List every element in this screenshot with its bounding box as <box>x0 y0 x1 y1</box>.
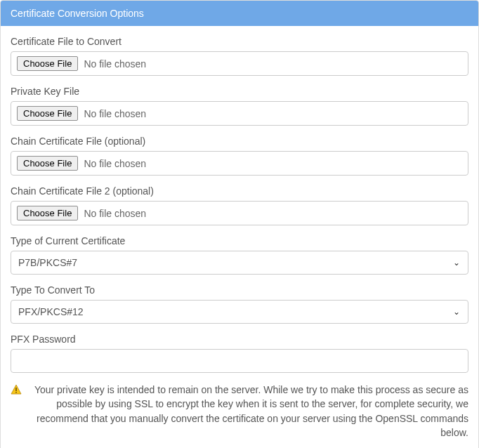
file-input-chain2[interactable]: Choose File No file chosen <box>11 201 468 225</box>
label-pfx-password: PFX Password <box>11 334 468 345</box>
input-pfx-password[interactable] <box>11 349 468 373</box>
file-status-chain1: No file chosen <box>84 158 146 169</box>
file-status-chain2: No file chosen <box>84 208 146 219</box>
panel-title: Certificate Conversion Options <box>1 1 478 26</box>
certificate-conversion-panel: Certificate Conversion Options Certifica… <box>0 0 479 448</box>
label-chain2: Chain Certificate File 2 (optional) <box>11 185 468 197</box>
file-input-chain1[interactable]: Choose File No file chosen <box>11 151 468 176</box>
field-type-convert: Type To Convert To PFX/PKCS#12 ⌄ <box>11 284 468 324</box>
warning-text: Your private key is intended to remain o… <box>25 383 468 440</box>
label-type-current: Type of Current Certificate <box>11 235 468 246</box>
label-type-convert: Type To Convert To <box>11 284 468 296</box>
field-chain1: Chain Certificate File (optional) Choose… <box>11 136 468 176</box>
svg-rect-2 <box>15 392 16 393</box>
choose-file-private-key[interactable]: Choose File <box>17 106 78 121</box>
field-cert-file: Certificate File to Convert Choose File … <box>11 36 468 76</box>
panel-body: Certificate File to Convert Choose File … <box>1 26 478 448</box>
choose-file-chain1[interactable]: Choose File <box>17 156 78 171</box>
file-status-private-key: No file chosen <box>84 108 146 119</box>
select-type-convert[interactable]: PFX/PKCS#12 <box>11 300 468 324</box>
warning-icon <box>11 384 22 398</box>
label-private-key: Private Key File <box>11 86 468 97</box>
select-type-current[interactable]: P7B/PKCS#7 <box>11 251 468 275</box>
field-pfx-password: PFX Password <box>11 334 468 373</box>
choose-file-cert[interactable]: Choose File <box>17 56 78 71</box>
file-input-cert[interactable]: Choose File No file chosen <box>11 51 468 76</box>
file-status-cert: No file chosen <box>84 58 146 70</box>
warning-message: Your private key is intended to remain o… <box>11 383 468 440</box>
label-cert-file: Certificate File to Convert <box>11 36 468 47</box>
choose-file-chain2[interactable]: Choose File <box>17 206 78 220</box>
field-type-current: Type of Current Certificate P7B/PKCS#7 ⌄ <box>11 235 468 275</box>
field-private-key: Private Key File Choose File No file cho… <box>11 86 468 126</box>
file-input-private-key[interactable]: Choose File No file chosen <box>11 101 468 126</box>
svg-rect-1 <box>15 388 16 391</box>
field-chain2: Chain Certificate File 2 (optional) Choo… <box>11 185 468 225</box>
label-chain1: Chain Certificate File (optional) <box>11 136 468 147</box>
